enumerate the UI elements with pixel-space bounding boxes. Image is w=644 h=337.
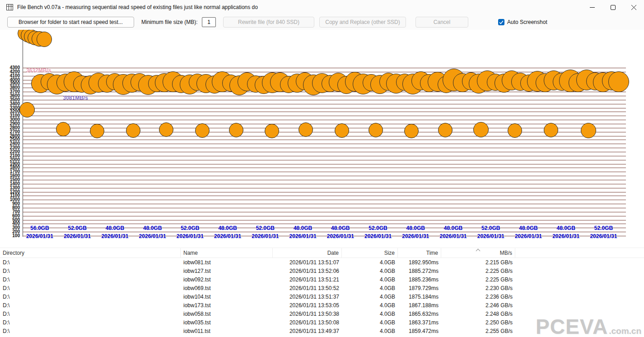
gridline [23,140,626,140]
min-file-size-input[interactable] [202,17,216,27]
close-icon [631,5,636,10]
data-point [608,71,629,92]
cell-directory: D:\ [0,327,181,335]
gridline [23,188,626,188]
data-point [544,123,558,137]
gridline [23,104,626,104]
cell-date: 2026/01/31 13:51:37 [273,292,342,301]
gridline [23,108,626,108]
column-header-filler [515,248,644,258]
table-row[interactable]: D:\iobw173.tst2026/01/31 13:53:054.0GB18… [0,301,644,309]
column-header-size[interactable]: Size [342,248,398,258]
column-header-name[interactable]: Name [181,248,273,258]
gridline [23,176,626,176]
chart-annotation: 3081MB/s [63,95,88,101]
x-axis-date-label: 2026/01/31 [322,233,359,239]
x-axis-size-label: 48.0GB [509,225,547,231]
data-point [404,124,419,138]
x-axis-date-label: 2026/01/31 [21,233,59,239]
x-axis-date-label: 2026/01/31 [284,233,322,239]
gridline [23,224,626,224]
table-row[interactable]: D:\iobw104.tst2026/01/31 13:51:374.0GB18… [0,292,644,301]
x-axis-size-label: 48.0GB [209,225,247,231]
x-axis-date-label: 2026/01/31 [472,233,510,239]
minimize-button[interactable] [582,0,602,14]
cell-date: 2026/01/31 13:49:37 [273,327,342,335]
x-axis-date-label: 2026/01/31 [584,233,622,239]
cell-time: 1892.950ms [398,258,441,267]
gridline [23,172,626,172]
auto-screenshot-checkbox[interactable] [498,19,504,25]
gridline [23,116,626,116]
column-header-time[interactable]: Time [398,248,441,258]
cell-date: 2026/01/31 13:50:38 [273,309,342,318]
cell-size: 4.0GB [342,301,398,309]
cell-directory: D:\ [0,267,181,275]
x-axis-date-label: 2026/01/31 [246,233,284,239]
cancel-button: Cancel [415,17,468,28]
x-axis-date-label: 2026/01/31 [547,233,585,239]
gridline [23,192,626,192]
cell-mb-s: 2.215 GB/s [441,258,515,267]
x-axis-date-label: 2026/01/31 [134,233,172,239]
x-axis-date-label: 2026/01/31 [209,233,247,239]
column-header-directory[interactable]: Directory [0,248,181,258]
gridline [23,112,626,112]
gridline [23,136,626,136]
minimize-icon [590,5,595,10]
cell-mb-s: 2.225 GB/s [441,275,515,284]
cell-directory: D:\ [0,318,181,327]
cell-time: 1875.184ms [398,292,441,301]
x-axis-size-label: 52.0GB [58,225,96,231]
read-speed-chart: 4300420041004000390038003700360035003400… [0,30,644,248]
cell-directory: D:\ [0,258,181,267]
cell-time: 1859.472ms [398,327,441,335]
cell-date: 2026/01/31 13:53:05 [273,301,342,309]
copy-replace-button: Copy and Replace (other SSD) [319,17,406,28]
x-axis-size-label: 52.0GB [359,225,397,231]
cell-time: 1863.371ms [398,318,441,327]
gridline [23,128,626,128]
watermark-suffix: .com.cn [609,326,641,336]
maximize-button[interactable] [602,0,623,14]
gridline [23,144,626,144]
cell-mb-s: 2.248 GB/s [441,309,515,318]
cell-date: 2026/01/31 13:50:52 [273,284,342,292]
watermark: PCEVA .com.cn [536,317,641,337]
table-row[interactable]: D:\iobw081.tst2026/01/31 13:51:074.0GB18… [0,258,644,267]
cell-name: iobw069.tst [181,284,273,292]
cell-size: 4.0GB [342,284,398,292]
cell-size: 4.0GB [342,267,398,275]
column-header-date[interactable]: Date [273,248,342,258]
table-row[interactable]: D:\iobw127.tst2026/01/31 13:52:064.0GB18… [0,267,644,275]
data-point [19,102,35,117]
gridline [23,184,626,184]
data-point [90,124,104,138]
gridline [23,164,626,164]
cell-name: iobw011.tst [181,327,273,335]
cell-mb-s: 2.255 GB/s [441,327,515,335]
cell-name: iobw058.tst [181,309,273,318]
cell-size: 4.0GB [342,275,398,284]
window-title: File Bench v0.07a - measuring sequential… [17,4,258,10]
gridline [23,204,626,204]
gridline [23,180,626,180]
x-axis-date-label: 2026/01/31 [397,233,434,239]
table-row[interactable]: D:\iobw092.tst2026/01/31 13:51:214.0GB18… [0,275,644,284]
column-header-mb-s[interactable]: MB/s [441,248,515,258]
table-row[interactable]: D:\iobw069.tst2026/01/31 13:50:524.0GB18… [0,284,644,292]
cell-mb-s: 2.230 GB/s [441,284,515,292]
x-axis-size-label: 56.0GB [21,225,59,231]
browse-folder-button[interactable]: Browser for folder to start read speed t… [7,17,134,28]
x-axis-size-label: 52.0GB [472,225,510,231]
x-axis-size-label: 48.0GB [397,225,434,231]
gridline [23,212,626,212]
cell-time: 1867.188ms [398,301,441,309]
close-button[interactable] [623,0,644,14]
sort-ascending-icon [476,249,480,253]
x-axis-date-label: 2026/01/31 [434,233,472,239]
cell-size: 4.0GB [342,318,398,327]
x-axis-size-label: 52.0GB [246,225,284,231]
data-point [56,122,70,136]
data-point [473,122,489,137]
